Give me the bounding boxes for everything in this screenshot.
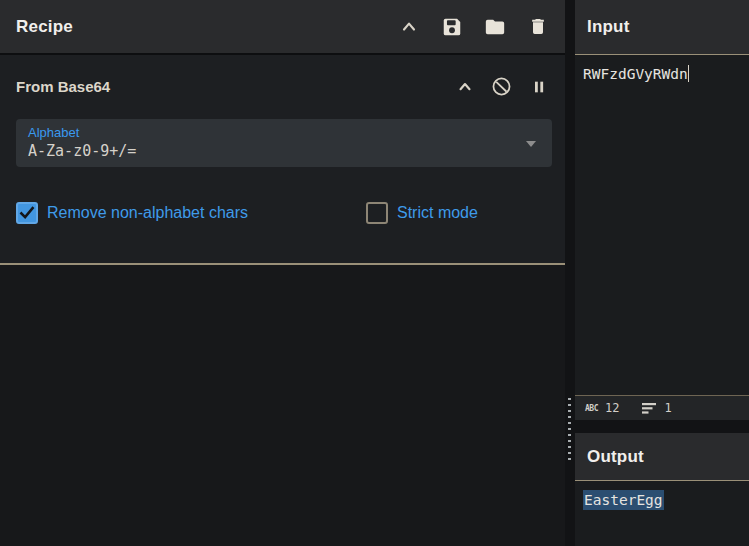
- recipe-io-splitter[interactable]: [565, 0, 575, 546]
- output-panel: Output EasterEgg: [575, 433, 749, 546]
- input-header: Input: [575, 0, 749, 55]
- operation-from-base64[interactable]: From Base64: [0, 55, 565, 265]
- checkbox-checked-icon[interactable]: [16, 202, 38, 224]
- collapse-operation-icon[interactable]: [454, 76, 475, 97]
- recipe-header: Recipe: [0, 0, 565, 55]
- input-status-bar: ABC 12 1: [575, 395, 749, 420]
- save-recipe-icon[interactable]: [441, 16, 463, 38]
- cyberchef-app: Recipe: [0, 0, 749, 546]
- operation-icons: [454, 76, 549, 97]
- open-folder-icon[interactable]: [484, 16, 506, 38]
- clear-recipe-trash-icon[interactable]: [527, 16, 549, 38]
- recipe-list[interactable]: From Base64: [0, 55, 565, 546]
- output-header: Output: [575, 433, 749, 481]
- remove-non-alphabet-label: Remove non-alphabet chars: [47, 204, 248, 222]
- input-output-splitter[interactable]: [575, 420, 749, 433]
- operation-title-row: From Base64: [0, 55, 565, 97]
- chevron-down-icon: [526, 141, 536, 147]
- output-title: Output: [587, 447, 644, 467]
- remove-non-alphabet-checkbox[interactable]: Remove non-alphabet chars: [16, 202, 248, 224]
- char-count-icon: ABC: [585, 404, 598, 413]
- input-panel: Input RWFzdGVyRWdn ABC 12 1: [575, 0, 749, 420]
- input-text: RWFzdGVyRWdn: [583, 66, 688, 82]
- operation-options-row: Remove non-alphabet chars Strict mode: [16, 202, 549, 226]
- io-panel: Input RWFzdGVyRWdn ABC 12 1 Output: [575, 0, 749, 546]
- operation-title: From Base64: [16, 78, 110, 95]
- line-count-value: 1: [664, 401, 671, 415]
- output-selected-text: EasterEgg: [583, 490, 664, 510]
- text-cursor: [688, 65, 690, 82]
- input-textarea[interactable]: RWFzdGVyRWdn: [575, 55, 749, 395]
- collapse-recipe-icon[interactable]: [398, 16, 420, 38]
- disable-operation-ban-icon[interactable]: [491, 76, 512, 97]
- alphabet-label: Alphabet: [28, 125, 518, 141]
- output-textarea[interactable]: EasterEgg: [575, 481, 749, 546]
- splitter-handle-dots: [568, 398, 571, 464]
- breakpoint-pause-icon[interactable]: [528, 76, 549, 97]
- recipe-title: Recipe: [16, 17, 73, 37]
- line-count-icon: [642, 403, 657, 414]
- strict-mode-label: Strict mode: [397, 204, 478, 222]
- input-title: Input: [587, 17, 630, 37]
- alphabet-value: A-Za-z0-9+/=: [28, 141, 518, 162]
- recipe-panel: Recipe: [0, 0, 565, 546]
- checkbox-unchecked-icon[interactable]: [366, 202, 388, 224]
- alphabet-dropdown[interactable]: Alphabet A-Za-z0-9+/=: [16, 119, 552, 167]
- recipe-header-icons: [398, 16, 549, 38]
- strict-mode-checkbox[interactable]: Strict mode: [366, 202, 478, 224]
- char-count-value: 12: [605, 401, 619, 415]
